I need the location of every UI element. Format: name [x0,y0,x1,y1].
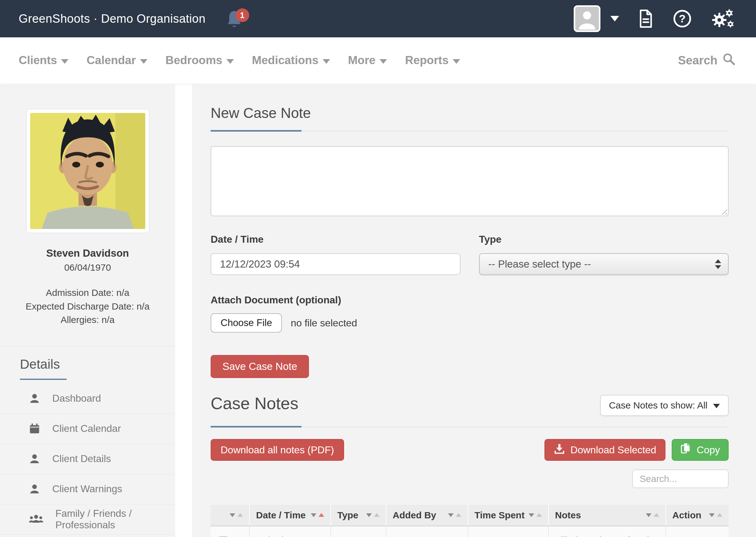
chevron-down-icon [61,59,68,64]
attach-document-label: Attach Document (optional) [211,294,729,306]
heading-rule-accent [211,426,301,428]
menu-label: Reports [405,54,449,67]
sort-arrows-icon [230,513,243,517]
user-avatar[interactable] [574,5,600,32]
spacer [0,534,175,537]
menu-calendar[interactable]: Calendar [87,54,147,67]
column-label: Date / Time [256,510,306,520]
client-sidebar: Steven Davidson 06/04/1970 Admission Dat… [0,85,175,537]
sidebar-item-label: Family / Friends / Professionals [56,508,175,531]
sidebar-item-client-warnings[interactable]: Client Warnings [0,474,175,504]
heading-rule-accent [211,130,301,132]
column-label: Added By [393,510,436,520]
download-all-notes-button[interactable]: Download all notes (PDF) [211,439,344,461]
admission-date: Admission Date: n/a [0,286,175,300]
chevron-down-icon [379,59,387,64]
header-type[interactable]: Type [331,505,386,525]
menu-label: Calendar [87,54,136,67]
cell-added-by: Root Administrator [386,526,468,537]
case-notes-table: Date / Time Type Added By Time Spent Not… [211,505,729,537]
sort-arrows-icon [311,513,324,517]
client-name: Steven Davidson [0,247,175,259]
top-navbar: GreenShoots · Demo Organisation 1 [0,0,756,37]
main-panel: New Case Note Date / Time Type -- Please… [192,85,756,537]
case-notes-filter-button[interactable]: Case Notes to show: All [600,395,729,416]
header-select-column[interactable] [211,505,250,525]
calendar-icon [29,423,40,434]
download-selected-label: Download Selected [571,444,657,456]
choose-file-button[interactable]: Choose File [211,313,282,333]
client-meta: Admission Date: n/a Expected Discharge D… [0,286,175,327]
type-label: Type [479,234,729,245]
header-date-time[interactable]: Date / Time [250,505,331,525]
datetime-type-row: Date / Time Type -- Please select type -… [211,234,729,275]
type-col: Type -- Please select type -- [479,234,729,275]
menu-bedrooms[interactable]: Bedrooms [166,54,234,67]
menu-clients[interactable]: Clients [19,54,68,67]
svg-text:?: ? [679,13,686,25]
help-icon[interactable]: ? [673,9,692,28]
download-icon [554,443,565,457]
column-label: Notes [555,510,581,520]
datetime-input[interactable] [211,253,460,275]
case-note-textarea[interactable] [211,146,729,216]
column-label: Time Spent [474,510,525,520]
menu-label: Bedrooms [166,54,222,67]
chevron-down-icon [453,59,460,64]
filter-label: Case Notes to show: All [609,400,707,411]
save-label: Save Case Note [222,361,297,372]
chevron-down-icon[interactable] [611,16,619,21]
menu-label: Clients [19,54,57,67]
details-menu: Dashboard Client Calendar Client Details… [0,384,175,534]
file-status-text: no file selected [291,317,357,329]
new-case-note-heading: New Case Note [211,104,729,121]
sort-arrows-icon [709,513,722,517]
menu-reports[interactable]: Reports [405,54,460,67]
sidebar-item-dashboard[interactable]: Dashboard [0,384,175,414]
heading-rule [211,427,729,427]
sort-arrows-icon [529,513,542,517]
save-case-note-button[interactable]: Save Case Note [211,355,309,378]
choose-file-label: Choose File [220,317,272,329]
table-search-input[interactable] [632,470,729,488]
cell-type: System [331,526,386,537]
sidebar-item-client-calendar[interactable]: Client Calendar [0,414,175,444]
menu-label: Medications [252,54,319,67]
heading-rule [211,131,729,131]
datetime-label: Date / Time [211,234,460,245]
download-all-label: Download all notes (PDF) [220,444,334,456]
type-select[interactable]: -- Please select type -- [479,253,729,275]
chevron-down-icon [226,59,234,64]
users-icon [29,513,44,525]
document-icon[interactable] [638,9,654,28]
discharge-date: Expected Discharge Date: n/a [0,300,175,313]
navbar-right: ? [574,5,736,32]
global-search-button[interactable]: Search [678,53,736,68]
header-action[interactable]: Action [666,505,729,525]
details-section-heading: Details [0,346,175,372]
type-select-value: -- Please select type -- [489,258,591,270]
app-title: GreenShoots · Demo Organisation [19,12,206,25]
case-notes-actions: Download all notes (PDF) Download Select… [211,439,729,461]
copy-label: Copy [696,444,720,456]
search-label: Search [678,54,717,67]
file-row: Choose File no file selected [211,313,729,333]
user-icon [29,483,40,495]
sidebar-item-family-friends-professionals[interactable]: Family / Friends / Professionals [0,504,175,534]
header-added-by[interactable]: Added By [386,505,468,525]
menu-more[interactable]: More [348,54,387,67]
notifications-button[interactable]: 1 [226,10,242,28]
table-row: 06/04/2022 10:59 System Root Administrat… [211,525,729,537]
case-notes-header-row: Case Notes Case Notes to show: All [211,393,729,416]
copy-button[interactable]: Copy [672,439,729,461]
chevron-down-icon [323,59,330,64]
copy-icon [680,443,691,457]
sidebar-item-client-details[interactable]: Client Details [0,444,175,474]
header-time-spent[interactable]: Time Spent [468,505,549,525]
header-notes[interactable]: Notes [549,505,666,525]
settings-gears-icon[interactable] [711,8,736,30]
download-selected-button[interactable]: Download Selected [544,439,666,461]
menu-medications[interactable]: Medications [252,54,330,67]
allergies: Allergies: n/a [0,313,175,327]
cell-time-spent [468,526,549,537]
